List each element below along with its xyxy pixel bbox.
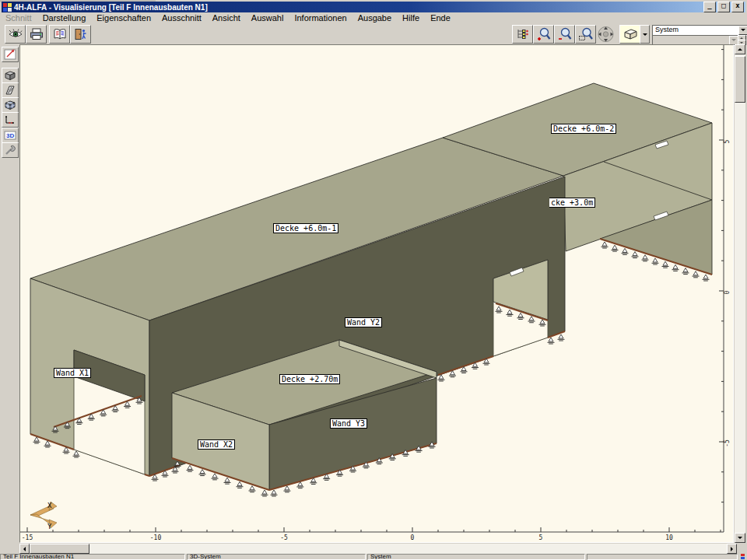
view-mode-value: System <box>655 26 679 33</box>
menu-hilfe[interactable]: Hilfe <box>402 13 419 23</box>
zoom-in-button[interactable] <box>533 25 554 44</box>
tools-button[interactable] <box>2 142 19 158</box>
pan-pad-icon <box>595 25 616 44</box>
menu-schnitt: Schnitt <box>5 13 32 23</box>
toolbar: System <box>2 23 745 45</box>
menu-ausgabe[interactable]: Ausgabe <box>358 13 391 23</box>
menu-ende[interactable]: Ende <box>430 13 451 23</box>
view-3d-dropdown[interactable] <box>640 25 650 44</box>
section-hatch-icon <box>4 85 16 96</box>
zoom-out-icon <box>557 27 572 41</box>
mode-3d-button[interactable]: 3D <box>2 128 19 143</box>
axis-y-label: Y <box>47 523 52 530</box>
svg-text:5: 5 <box>539 534 543 541</box>
close-button[interactable]: x <box>731 2 744 12</box>
draw-mode-button[interactable] <box>2 47 19 62</box>
zoom-in-icon <box>536 27 551 41</box>
view-mode-combo[interactable]: System <box>652 25 747 36</box>
axis-x-label: X <box>47 502 52 509</box>
menu-eigenschaften[interactable]: Eigenschaften <box>96 13 151 23</box>
label-wand-y3: Wand Y3 <box>330 418 367 429</box>
print-button[interactable] <box>26 25 47 44</box>
tree-view-icon <box>516 28 530 40</box>
menu-ausschnitt[interactable]: Ausschnitt <box>162 13 202 23</box>
status-view: System <box>367 554 585 560</box>
label-wand-x1: Wand X1 <box>54 368 91 378</box>
exit-door-icon <box>74 28 88 40</box>
3d-mode-icon: 3D <box>4 130 16 141</box>
combo-dropdown-icon[interactable] <box>738 26 747 35</box>
left-tool-rail: 3D <box>0 44 19 543</box>
svg-text:-15: -15 <box>22 534 33 541</box>
viewport-3d[interactable]: -15-10-5051050-5 X Y Decke +6.0m-2 cke +… <box>19 44 734 543</box>
svg-text:-5: -5 <box>724 439 731 447</box>
mesh-view-button[interactable] <box>2 97 19 113</box>
svg-text:-10: -10 <box>150 534 162 541</box>
axes-button[interactable] <box>2 112 19 128</box>
svg-text:0: 0 <box>724 290 731 294</box>
zoom-window-icon <box>578 27 593 41</box>
label-decke-3m: cke +3.0m <box>549 198 595 208</box>
svg-text:10: 10 <box>665 534 673 541</box>
app-window: { "window": { "title": "4H-ALFA - Visual… <box>0 0 747 560</box>
3d-box-icon <box>622 28 638 40</box>
label-decke-6m-1: Decke +6.0m-1 <box>273 223 338 233</box>
menu-informationen[interactable]: Informationen <box>294 13 346 23</box>
vertical-scroll-thumb[interactable] <box>735 56 745 103</box>
view-3d-button[interactable] <box>619 25 640 44</box>
zoom-out-button[interactable] <box>554 25 575 44</box>
app-icon <box>3 3 12 12</box>
status-indicator-icon <box>739 554 747 560</box>
svg-text:5: 5 <box>724 139 731 143</box>
title-bar: 4H-ALFA - Visualisierung [Teil F Innenau… <box>2 2 745 12</box>
axes-icon <box>4 114 16 125</box>
label-decke-6m-2: Decke +6.0m-2 <box>551 124 616 134</box>
scroll-right-button[interactable] <box>727 544 737 554</box>
label-wand-x2: Wand X2 <box>198 439 235 450</box>
status-mode: 3D-System <box>187 554 366 560</box>
window-title: 4H-ALFA - Visualisierung [Teil F Innenau… <box>14 3 208 12</box>
svg-text:0: 0 <box>411 534 415 541</box>
exit-button[interactable] <box>70 25 91 44</box>
book-icon <box>53 28 67 40</box>
mesh-view-icon <box>4 100 16 110</box>
minimize-button[interactable]: _ <box>703 2 716 12</box>
section-view-button[interactable] <box>2 82 19 98</box>
zoom-window-button[interactable] <box>575 25 596 44</box>
solid-view-button[interactable] <box>2 68 19 83</box>
printer-icon <box>30 28 44 40</box>
scroll-up-button[interactable] <box>735 44 745 54</box>
eye-icon <box>9 28 23 40</box>
structure-tree-button[interactable] <box>512 25 533 44</box>
scroll-left-button[interactable] <box>19 544 30 554</box>
menu-ansicht[interactable]: Ansicht <box>212 13 240 23</box>
manual-button[interactable] <box>49 25 70 44</box>
view-button[interactable] <box>5 25 26 44</box>
menu-darstellung[interactable]: Darstellung <box>43 13 86 23</box>
wrench-icon <box>4 145 16 156</box>
svg-text:3D: 3D <box>6 132 14 139</box>
label-decke-2-70m: Decke +2.70m <box>279 374 340 384</box>
horizontal-scroll-thumb[interactable] <box>30 544 89 554</box>
status-bar: Teil F Innenausbauten N1 3D-System Syste… <box>0 554 747 560</box>
scroll-down-button[interactable] <box>735 533 745 543</box>
solid-view-icon <box>4 70 16 81</box>
svg-text:-5: -5 <box>280 534 288 541</box>
status-extra <box>587 554 738 560</box>
status-project: Teil F Innenausbauten N1 <box>0 554 185 560</box>
axis-indicator: X Y <box>30 502 57 530</box>
maximize-button[interactable]: □ <box>717 2 730 12</box>
vertical-scrollbar[interactable] <box>735 44 745 543</box>
horizontal-scrollbar[interactable] <box>19 544 737 554</box>
menu-bar: Schnitt Darstellung Eigenschaften Aussch… <box>2 12 747 23</box>
menu-auswahl[interactable]: Auswahl <box>251 13 284 23</box>
pan-button[interactable] <box>595 25 616 44</box>
layer-spinner[interactable] <box>738 35 746 44</box>
label-wand-y2: Wand Y2 <box>345 317 382 327</box>
draw-icon <box>4 49 16 60</box>
scene-3d: -15-10-5051050-5 X Y <box>20 45 733 542</box>
